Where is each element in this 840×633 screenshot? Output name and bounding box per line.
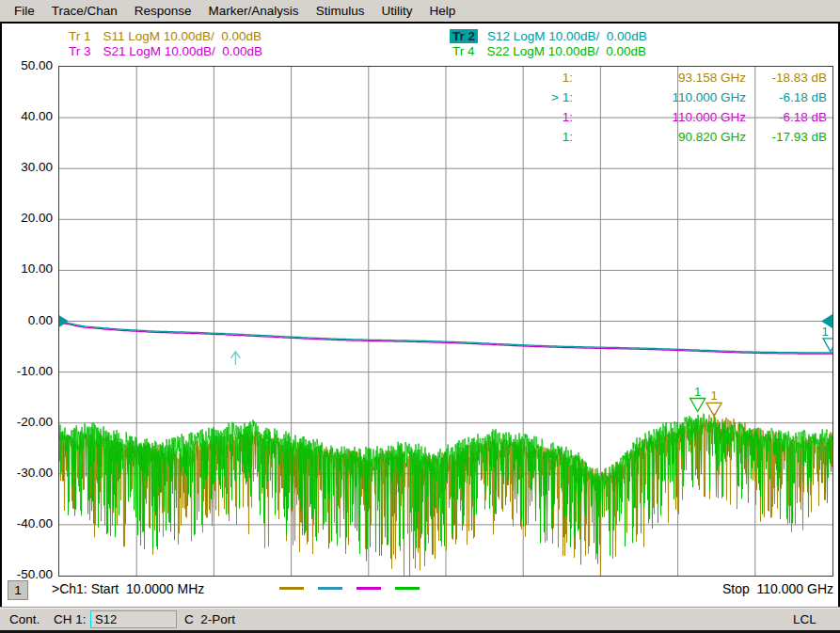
graticule: 1:93.158 GHz-18.83 dB> 1:110.000 GHz-6.1…: [58, 66, 833, 577]
legend-trace-desc: S21 LogM 10.00dB/ 0.00dB: [103, 44, 263, 58]
legend-trace-id: Tr 3: [66, 44, 94, 58]
legend-row-right-1: Tr 2S12 LogM 10.00dB/ 0.00dB: [450, 29, 647, 43]
y-tick-label: -40.00: [4, 516, 53, 530]
trace-s11[interactable]: [59, 414, 832, 576]
marker-number: 1:: [498, 71, 573, 85]
start-frequency-label: >Ch1: Start 10.0000 MHz: [52, 581, 204, 596]
marker-frequency: 90.820 GHz: [614, 130, 746, 144]
menu-item-trace-chan[interactable]: Trace/Chan: [43, 2, 126, 20]
menu-item-file[interactable]: File: [6, 2, 43, 20]
menu-item-help[interactable]: Help: [420, 2, 464, 20]
legend-trace-tr1[interactable]: Tr 1S11 LogM 10.00dB/ 0.00dB: [66, 29, 262, 43]
measurement-field[interactable]: S12: [90, 610, 177, 628]
marker-value: -6.18 dB: [752, 110, 827, 124]
stimulus-annotation-row: 1 >Ch1: Start 10.0000 MHz Stop 110.000 G…: [2, 577, 840, 605]
marker-number: > 1:: [498, 90, 573, 104]
marker-triangle-s22[interactable]: [690, 399, 705, 412]
trace3-dash: [357, 587, 381, 590]
trace-s22[interactable]: [59, 414, 832, 565]
marker-value: -18.83 dB: [752, 71, 827, 85]
marker-readout-row: 1:90.820 GHz-17.93 dB: [59, 130, 832, 149]
stop-frequency-label: Stop 110.000 GHz: [722, 581, 833, 596]
legend-trace-tr3[interactable]: Tr 3S21 LogM 10.00dB/ 0.00dB: [66, 44, 262, 58]
trace2-dash: [318, 587, 342, 590]
channel-badge[interactable]: 1: [8, 580, 28, 600]
y-tick-label: 30.00: [4, 160, 53, 174]
instrument-display: Tr 1S11 LogM 10.00dB/ 0.00dB Tr 3S21 Log…: [0, 22, 840, 607]
up-arrow-annotation: [230, 352, 240, 365]
legend-trace-id: Tr 1: [66, 29, 94, 43]
y-tick-label: -30.00: [4, 466, 53, 480]
legend-trace-id: Tr 4: [450, 44, 478, 58]
trace-color-dashes: [265, 581, 420, 596]
ref-level-arrow-right: [821, 314, 832, 329]
marker-label-s11: 1: [711, 388, 718, 403]
legend-trace-id: Tr 2: [450, 29, 478, 43]
marker-readout-row: 1:93.158 GHz-18.83 dB: [59, 71, 832, 89]
y-tick-label: -10.00: [4, 364, 53, 378]
y-tick-label: 50.00: [4, 58, 53, 72]
channel-status: CH 1:: [54, 612, 87, 626]
menu-item-stimulus[interactable]: Stimulus: [308, 2, 373, 20]
marker-frequency: 110.000 GHz: [614, 90, 746, 104]
ref-level-arrow-left: [59, 315, 69, 328]
legend-trace-tr2[interactable]: Tr 2S12 LogM 10.00dB/ 0.00dB: [450, 29, 647, 43]
legend-trace-desc: S12 LogM 10.00dB/ 0.00dB: [487, 29, 647, 43]
sweep-mode-status: Cont.: [9, 612, 40, 626]
y-tick-label: 40.00: [4, 109, 53, 123]
menu-item-response[interactable]: Response: [126, 2, 200, 20]
legend-row-left-1: Tr 1S11 LogM 10.00dB/ 0.00dB: [66, 29, 262, 43]
legend-trace-desc: S22 LogM 10.00dB/ 0.00dB: [487, 44, 647, 58]
marker-label-s22: 1: [694, 385, 701, 399]
marker-value: -17.93 dB: [752, 130, 827, 144]
marker-readout-row: > 1:110.000 GHz-6.18 dB: [59, 90, 832, 109]
marker-readout-row: 1:110.000 GHz-6.18 dB: [59, 110, 832, 129]
legend-trace-desc: S11 LogM 10.00dB/ 0.00dB: [103, 29, 262, 43]
trace-s21[interactable]: [59, 323, 832, 354]
marker-value: -6.18 dB: [752, 90, 827, 104]
y-tick-label: 20.00: [4, 211, 53, 225]
menu-bar: FileTrace/ChanResponseMarker/AnalysisSti…: [0, 0, 840, 21]
legend-trace-tr4[interactable]: Tr 4S22 LogM 10.00dB/ 0.00dB: [450, 44, 646, 58]
local-remote-status: LCL: [793, 612, 816, 626]
analyzer-window: FileTrace/ChanResponseMarker/AnalysisSti…: [0, 0, 840, 633]
y-tick-label: 0.00: [4, 313, 53, 327]
marker-triangle-s11[interactable]: [706, 403, 721, 416]
legend-row-left-2: Tr 3S21 LogM 10.00dB/ 0.00dB: [66, 44, 262, 58]
status-bar: Cont. CH 1: S12 C 2-Port LCL: [0, 607, 840, 630]
marker-frequency: 110.000 GHz: [614, 110, 746, 124]
trace-s12[interactable]: [59, 322, 832, 353]
trace4-dash: [395, 587, 420, 590]
trace1-dash: [279, 587, 304, 590]
y-tick-label: -20.00: [4, 415, 53, 429]
y-tick-label: 10.00: [4, 261, 53, 276]
marker-label-s12: 1: [821, 324, 828, 339]
marker-frequency: 93.158 GHz: [614, 71, 746, 85]
marker-triangle-s12[interactable]: [823, 339, 832, 352]
menu-item-marker-analysis[interactable]: Marker/Analysis: [200, 2, 308, 20]
menu-item-utility[interactable]: Utility: [372, 2, 420, 20]
marker-number: 1:: [498, 110, 573, 124]
legend-row-right-2: Tr 4S22 LogM 10.00dB/ 0.00dB: [450, 44, 646, 58]
marker-number: 1:: [498, 130, 573, 144]
calibration-status: C 2-Port: [184, 612, 235, 626]
